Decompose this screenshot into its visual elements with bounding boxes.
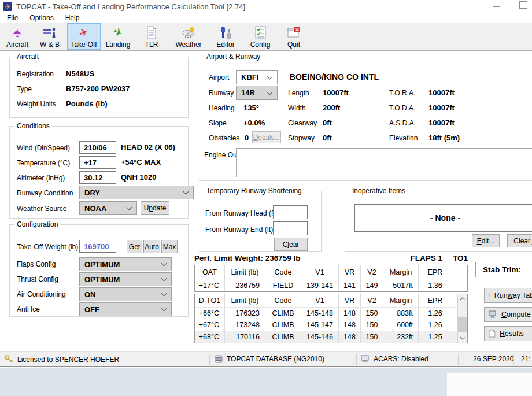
length-label: Length	[288, 89, 309, 97]
air-conditioning-select[interactable]: ON	[79, 287, 172, 301]
runway-select[interactable]: 14R	[236, 86, 278, 100]
chevron-down-icon	[127, 205, 132, 210]
altimeter-info: QNH 1020	[121, 173, 156, 182]
clearway-label: Clearway	[288, 119, 317, 127]
thrust-select[interactable]: OPTIMUM	[79, 272, 172, 286]
configuration-group-title: Configuration	[14, 220, 60, 228]
from-end-label: From Runway End (ft)	[205, 225, 273, 234]
scroll-up-icon[interactable]	[458, 294, 467, 304]
table-row[interactable]: +67°C 173248 CLIMB 145-147 148 150 600ft…	[195, 319, 467, 331]
config-icon	[254, 26, 267, 39]
takeoff-icon: ✈	[77, 26, 90, 40]
scrollbar-thumb[interactable]	[458, 317, 467, 332]
clearway-value: 0ft	[323, 119, 332, 127]
menu-help[interactable]: Help	[60, 13, 86, 23]
auto-button[interactable]: Auto	[143, 240, 160, 253]
chevron-down-icon	[161, 276, 167, 282]
heading-value: 135°	[243, 103, 259, 112]
chevron-down-icon	[267, 89, 273, 95]
key-icon	[5, 355, 13, 364]
conditions-group-title: Conditions	[14, 122, 52, 130]
elevation-value: 18ft (5m)	[428, 134, 460, 142]
toolbar-weather[interactable]: Weather	[170, 23, 207, 50]
obstacle-details-button[interactable]: Details...	[252, 131, 281, 143]
table-row-selected[interactable]: +68°C 170116 CLIMB 145-146 148 150 232ft…	[195, 331, 467, 343]
chevron-down-icon	[161, 306, 167, 312]
airport-group-title: Airport & Runway	[204, 53, 263, 61]
clear-all-inoperative-button[interactable]: Clear A	[507, 234, 532, 247]
compute-button[interactable]: Compute	[484, 307, 532, 322]
inoperative-list[interactable]: - None -	[354, 204, 532, 232]
temperature-input[interactable]	[79, 156, 116, 169]
toolbar-wb[interactable]: W & B	[35, 23, 65, 50]
anti-ice-select[interactable]: OFF	[79, 302, 172, 316]
license-status: Licensed to SPENCER HOEFER	[5, 355, 119, 364]
engine-out-label: Engine Out	[204, 151, 239, 159]
chevron-down-icon	[267, 73, 273, 79]
heading-label: Heading	[209, 104, 235, 112]
status-bar: Licensed to SPENCER HOEFER TOPCAT DATABA…	[0, 351, 532, 367]
perf-limit-weight: Perf. Limit Weight: 236759 lb	[194, 254, 301, 262]
type-label: Type	[17, 85, 32, 93]
toolbar-takeoff[interactable]: ✈ Take-Off	[67, 23, 101, 50]
toolbar-quit[interactable]: Quit	[279, 23, 309, 50]
temperature-label: Temperature (°C)	[17, 159, 70, 167]
width-value: 200ft	[323, 103, 340, 112]
landing-icon: ✈	[112, 26, 124, 40]
from-end-input[interactable]	[273, 221, 308, 235]
toolbar-editor[interactable]: Editor	[209, 23, 242, 50]
maximize-icon[interactable]	[519, 1, 527, 9]
clear-shortening-button[interactable]: Clear	[274, 238, 308, 251]
tora-label: T.O.R.A.	[389, 89, 415, 97]
weight-units-label: Weight Units	[17, 100, 56, 108]
airport-label: Airport	[209, 73, 229, 82]
engine-out-box[interactable]	[236, 148, 532, 177]
scroll-down-icon[interactable]	[458, 333, 467, 343]
toolbar-config[interactable]: Config	[244, 23, 276, 50]
tora-value: 10007ft	[428, 88, 455, 97]
runway-table-button[interactable]: Runway Table	[484, 288, 532, 303]
scrollbar[interactable]	[457, 294, 467, 343]
editor-icon	[219, 26, 232, 39]
chevron-down-icon	[161, 291, 167, 297]
from-head-input[interactable]	[273, 205, 308, 219]
wind-input[interactable]	[79, 141, 116, 154]
toolbar-tlr[interactable]: TLR	[135, 23, 168, 50]
anti-ice-label: Anti Ice	[17, 305, 40, 313]
update-button[interactable]: Update	[141, 201, 169, 215]
max-button[interactable]: Max	[161, 240, 178, 253]
airport-select[interactable]: KBFI	[236, 70, 278, 84]
conditions-group: Conditions Wind (Dir/Speed) HEAD 02 (X 0…	[9, 126, 189, 219]
minimize-icon[interactable]	[493, 6, 500, 7]
database-status: TOPCAT DATABASE (NG2010)	[215, 355, 324, 363]
from-head-label: From Runway Head (ft)	[205, 209, 278, 217]
perf-table-derate: D-TO1 Limit (lb) Code V1 VR V2 Margin EP…	[194, 294, 468, 343]
toolbar: ✈ Aircraft W & B ✈ Take-Off ✈ Landing	[0, 23, 532, 51]
topcat-window: ✈ TOPCAT - Take-Off and Landing Performa…	[0, 0, 532, 396]
stab-trim-label: Stab Trim:	[483, 265, 521, 274]
table-row[interactable]: +17°C 236759 FIELD 139-141 141 149 5017f…	[195, 279, 467, 291]
toolbar-aircraft[interactable]: ✈ Aircraft	[2, 23, 32, 50]
toda-label: T.O.D.A.	[389, 104, 415, 112]
edit-inoperative-button[interactable]: Edit...	[472, 234, 500, 247]
obstacles-label: Obstacles	[209, 134, 239, 142]
menu-options[interactable]: Options	[24, 13, 59, 23]
runway-condition-select[interactable]: DRY	[79, 186, 194, 199]
tow-input[interactable]	[79, 240, 116, 253]
perf-heading: Perf. Limit Weight: 236759 lb FLAPS 1 TO…	[194, 254, 468, 262]
weather-source-select[interactable]: NOAA	[79, 201, 137, 215]
runway-condition-label: Runway Condition	[17, 189, 73, 197]
get-button[interactable]: Get	[127, 240, 142, 253]
flaps-select[interactable]: OPTIMUM	[79, 257, 172, 271]
asda-value: 10007ft	[428, 119, 455, 127]
runway-shortening-group: Temporary Runway Shortening From Runway …	[199, 191, 322, 252]
altimeter-input[interactable]	[79, 171, 116, 184]
table-row[interactable]: +66°C 176323 CLIMB 145-148 148 150 883ft…	[195, 308, 467, 319]
toolbar-landing[interactable]: ✈ Landing	[103, 23, 133, 50]
acars-status: ACARS: Disabled	[361, 355, 428, 363]
type-value: B757-200 PW2037	[66, 84, 130, 93]
menu-file[interactable]: File	[1, 13, 24, 23]
asda-label: A.S.D.A.	[389, 119, 416, 127]
weather-icon	[181, 26, 196, 39]
results-button[interactable]: Results	[484, 326, 532, 341]
